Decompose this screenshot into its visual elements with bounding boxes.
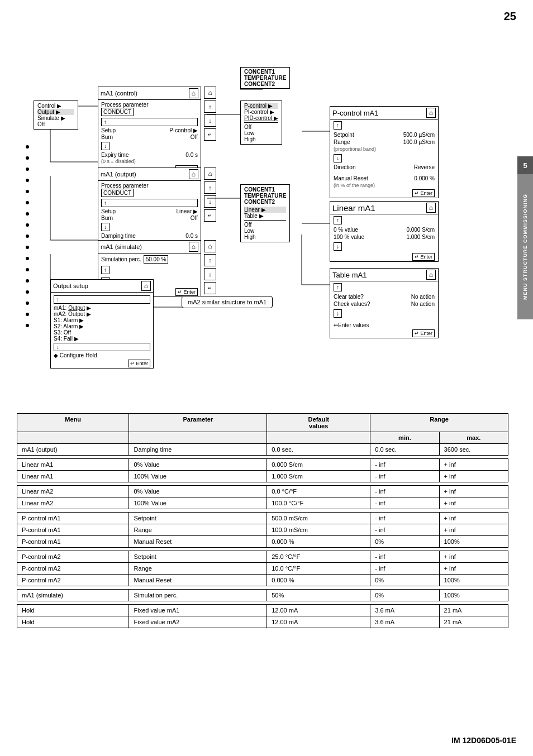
col-parameter: Parameter [129,414,267,432]
p-control-mA1-range-row: Range 100.0 µS/cm [334,139,435,145]
output-setup-enter-icon[interactable]: ↵ Enter [128,360,150,367]
output-setup-up-icon[interactable]: ↑ [54,295,150,304]
section-number: 5 [517,156,533,174]
top-menu-item1: CONCENT1 [244,69,286,75]
mA1-control-nav-up[interactable]: ↑ [204,101,216,113]
table-row: mA1 (simulate) Simulation perc. 50% 0% 1… [17,590,508,601]
mA1-output-down-icon[interactable]: ↓ [101,223,110,231]
table-mA1-enter-icon[interactable]: ↵ Enter [412,329,435,337]
p-control-mA1-enter-icon[interactable]: ↵ Enter [412,189,435,197]
row-parameter: Range [129,524,267,536]
p-control-mA1-home-icon[interactable]: ⌂ [426,108,436,118]
row-min: 0% [370,536,439,548]
mA1-output-nav-enter[interactable]: ↵ [204,209,216,222]
output-setup-mA2: mA2: Output ▶ [54,311,150,317]
p-control-mA1-down-icon[interactable]: ↓ [334,154,342,162]
table-mA1-down-icon[interactable]: ↓ [334,309,342,318]
table-row: Linear mA2 100% Value 100.0 °C/°F - inf … [17,497,508,509]
p-control-mA1-setpoint-label: Setpoint [334,132,354,138]
mA1-control-process-value: CONDUCT [101,108,134,116]
mA1-control-up-icon[interactable]: ↑ [101,118,198,126]
control-submenu-high: High [244,136,278,142]
row-max: + inf [439,513,508,524]
table-mA1-clear-value: No action [411,294,435,300]
mA1-simulate-nav-enter[interactable]: ↵ [204,282,216,294]
mA1-control-down-icon[interactable]: ↓ [101,142,110,150]
linear-mA1-enter-icon[interactable]: ↵ Enter [412,253,435,261]
row-menu: Linear mA1 [17,459,129,471]
dots-column [26,145,29,327]
table-mA1-clear-row: Clear table? No action [334,294,435,300]
mA1-control-nav-down[interactable]: ↓ [204,114,216,127]
row-max: + inf [439,551,508,563]
mA1-control-nav-home[interactable]: ⌂ [204,87,216,99]
table-mA1-box: Table mA1 ⌂ ↑ Clear table? No action Che… [330,268,439,338]
mA1-output-setup-row: Setup Linear ▶ [101,208,198,214]
output-setup-home-icon[interactable]: ⌂ [141,281,151,291]
linear-mA1-val100-value: 1.000 S/cm [406,234,435,240]
mA1-control-burn-label: Burn [101,134,113,140]
mA1-simulate-home-icon[interactable]: ⌂ [189,242,198,252]
mA1-simulate-row: Simulation perc. 50.00 % [101,255,198,264]
table-mA1-check-value: No action [411,301,435,307]
mA1-simulate-up-icon[interactable]: ↑ [101,266,110,274]
p-control-mA1-box: P-control mA1 ⌂ ↑ Setpoint 500.0 µS/cm R… [330,106,439,198]
row-default: 0.000 S/cm [267,459,370,471]
linear-mA1-home-icon[interactable]: ⌂ [426,203,436,213]
output-setup-box: Output setup ⌂ ↑ mA1: Output ▶ mA2: Outp… [50,279,154,369]
mA1-control-expiry-row: Expiry time 0.0 s [101,152,198,158]
linear-sub-high: High [244,234,286,240]
mA1-simulate-nav-up[interactable]: ↑ [204,254,216,266]
mA1-output-burn-row: Burn Off [101,215,198,221]
mA1-simulate-enter-icon[interactable]: ↵ Enter [175,288,198,296]
control-submenu-off: Off [244,122,278,130]
mA1-control-nav-enter[interactable]: ↵ [204,128,216,141]
mA1-output-nav-down[interactable]: ↓ [204,195,216,208]
row-parameter: Fixed value mA1 [129,605,267,616]
table-mA1-enter-note: ⇐Enter values [334,322,435,328]
row-max: 100% [439,536,508,548]
left-menu-output: Output ▶ [37,109,74,115]
row-max: + inf [439,486,508,497]
p-control-mA1-title: P-control mA1 [332,109,378,117]
mA1-control-expiry-label: Expiry time [101,152,129,158]
linear-mA1-down-icon[interactable]: ↓ [334,242,342,251]
mA1-simulate-nav-down[interactable]: ↓ [204,268,216,280]
mA1-output-home-icon[interactable]: ⌂ [189,169,198,179]
mA1-output-up-icon[interactable]: ↑ [101,199,198,207]
p-control-mA1-range-value: 100.0 µS/cm [403,139,435,145]
linear-mA1-up-icon[interactable]: ↑ [334,216,342,224]
col-default-blank [267,432,370,444]
row-parameter: Manual Reset [129,536,267,548]
mA1-output-burn-label: Burn [101,215,113,221]
row-menu: Hold [17,605,129,616]
row-min: - inf [370,497,439,509]
table-mA1-home-icon[interactable]: ⌂ [426,270,436,280]
linear-sub-linear: Linear ▶ [244,207,286,213]
mA1-output-setup-label: Setup [101,208,116,214]
table-row: mA1 (output) Damping time 0.0 sec. 0.0 s… [17,444,508,456]
output-setup-S4: S4: Fail ▶ [54,336,150,342]
mA1-control-expiry-note: (0 s = disabled) [101,159,198,164]
mA1-output-nav-home[interactable]: ⌂ [204,168,216,180]
p-control-mA1-up-icon[interactable]: ↑ [334,121,342,130]
row-menu: Linear mA2 [17,486,129,497]
output-setup-down-icon[interactable]: ↓ [54,343,150,351]
row-default: 0.0 sec. [267,444,370,456]
linear-sub-off: Off [244,220,286,228]
row-min: - inf [370,471,439,482]
table-row: Linear mA1 100% Value 1.000 S/cm - inf +… [17,471,508,482]
mA1-output-nav-up[interactable]: ↑ [204,181,216,194]
row-min: 0% [370,575,439,586]
mA2-note: mA2 similar structure to mA1 [182,296,273,308]
p-control-mA1-manual-reset-label: Manual Reset [334,175,368,181]
mA1-simulate-nav-home[interactable]: ⌂ [204,240,216,252]
row-parameter: 100% Value [129,497,267,509]
table-mA1-up-icon[interactable]: ↑ [334,283,342,291]
mA1-control-home-icon[interactable]: ⌂ [189,88,198,98]
left-menu-box: Control ▶ Output ▶ Simulate ▶ Off [34,101,78,130]
table-row: P-control mA2 Range 10.0 °C/°F - inf + i… [17,563,508,575]
linear-sub-table: Table ▶ [244,213,286,219]
col-range-max: max. [439,432,508,444]
row-menu: Linear mA1 [17,471,129,482]
